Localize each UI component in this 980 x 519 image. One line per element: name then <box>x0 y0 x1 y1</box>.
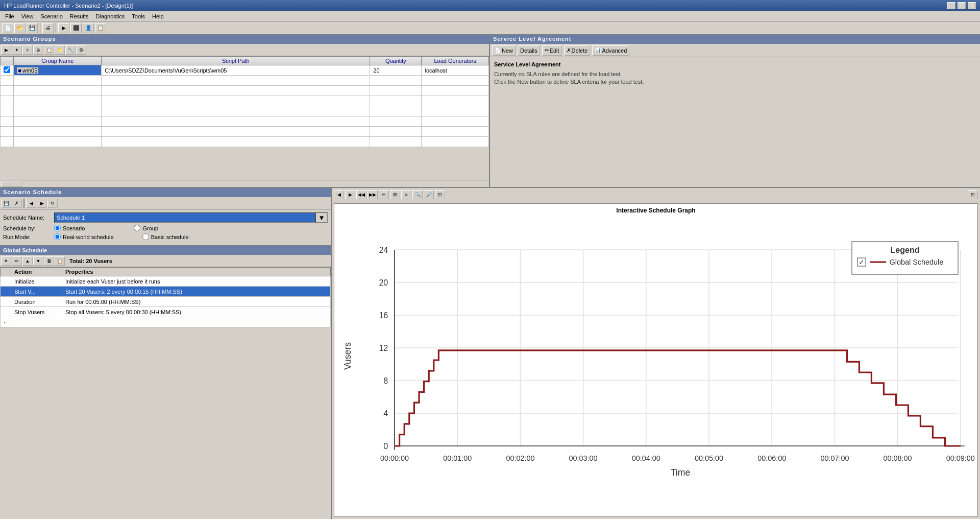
gs-btn1[interactable]: ✦ <box>1 256 11 266</box>
sla-content: Service Level Agreement Currently no SLA… <box>490 57 980 187</box>
menu-tools[interactable]: Tools <box>129 12 148 20</box>
action-cell[interactable]: Start V... <box>11 287 62 297</box>
radio-basic[interactable]: Basic schedule <box>142 233 189 240</box>
schedule-row-start[interactable]: ▶ Start V... Start 20 Vusers: 2 every 00… <box>1 287 331 297</box>
gs-btn5[interactable]: 🗑 <box>44 256 54 266</box>
print-button[interactable]: 🖨 <box>42 23 54 33</box>
graph-zoom-in[interactable]: 🔍 <box>412 190 423 199</box>
radio-real-world[interactable]: Real-world schedule <box>54 233 114 240</box>
table-row <box>1 137 489 147</box>
gs-btn3[interactable]: ▲ <box>22 256 33 266</box>
action-cell[interactable]: Duration <box>11 297 62 307</box>
menu-view[interactable]: View <box>18 12 37 20</box>
schedule-form: Schedule Name: ▼ Schedule by: Scenario G… <box>0 209 331 246</box>
new-button[interactable]: 📄 <box>2 23 13 33</box>
sg-btn3[interactable]: ✧ <box>22 45 33 55</box>
svg-text:00:00:00: 00:00:00 <box>380 454 409 462</box>
sla-delete-button[interactable]: ✗ Delete <box>564 45 591 56</box>
graph-btn3[interactable]: ◀◀ <box>356 190 366 199</box>
row-indicator <box>1 307 11 317</box>
run-button[interactable]: ▶ <box>58 23 69 33</box>
action-cell[interactable]: Stop Vusers <box>11 307 62 317</box>
menu-results[interactable]: Results <box>67 12 92 20</box>
sch-prev[interactable]: ◀ <box>26 199 36 208</box>
sg-btn5[interactable]: 📋 <box>44 45 54 55</box>
radio-scenario[interactable]: Scenario <box>54 225 85 231</box>
svg-text:00:03:00: 00:03:00 <box>569 454 598 462</box>
action-cell[interactable]: Initialize <box>11 276 62 287</box>
svg-text:Vusers: Vusers <box>342 342 353 370</box>
svg-text:✓: ✓ <box>859 258 865 266</box>
schedule-by-label: Schedule by: <box>3 225 54 231</box>
stop-button[interactable]: ⬛ <box>70 23 82 33</box>
quantity-cell[interactable]: 20 <box>370 65 422 76</box>
row-checkbox[interactable] <box>1 65 14 76</box>
script-path-cell[interactable]: C:\Users\SDZZ\Documents\VuGen\Scripts\wm… <box>102 65 370 76</box>
gs-btn4[interactable]: ▼ <box>33 256 43 266</box>
menu-scenario[interactable]: Scenario <box>37 12 65 20</box>
sla-edit-button[interactable]: ✏ Edit <box>542 45 562 56</box>
group-name-cell[interactable]: ■wm05 <box>14 65 102 76</box>
gs-btn2[interactable]: ✏ <box>12 256 22 266</box>
svg-text:Legend: Legend <box>891 246 920 254</box>
table-row <box>1 127 489 137</box>
sla-new-button[interactable]: 📄 New <box>492 45 516 56</box>
graph-pencil-btn[interactable]: ✏ <box>379 190 389 199</box>
schedule-name-input[interactable] <box>54 213 315 223</box>
schedule-left-panel: Scenario Schedule 💾 ✗ ◀ ▶ ↻ Schedule Nam… <box>0 188 332 519</box>
global-schedule-header: Global Schedule <box>0 246 331 255</box>
svg-text:00:07:00: 00:07:00 <box>820 454 849 462</box>
sg-btn8[interactable]: ⚙ <box>76 45 86 55</box>
schedule-row-stop[interactable]: Stop Vusers Stop all Vusers: 5 every 00:… <box>1 307 331 317</box>
sch-refresh[interactable]: ↻ <box>47 199 58 208</box>
sg-add-btn[interactable]: ▶ <box>1 45 11 55</box>
properties-cell[interactable]: Stop all Vusers: 5 every 00:00:30 (HH:MM… <box>62 307 331 317</box>
properties-cell[interactable]: Run for 00:05:00 (HH:MM:SS) <box>62 297 331 307</box>
graph-zoom-fit[interactable]: ⊡ <box>435 190 445 199</box>
graph-btn1[interactable]: ◀ <box>334 190 344 199</box>
sla-details-button[interactable]: Details <box>518 45 540 56</box>
save-button[interactable]: 💾 <box>27 23 38 33</box>
row-indicator: ▶ <box>1 287 11 297</box>
vuser-button[interactable]: 👤 <box>83 23 94 33</box>
graph-btn4[interactable]: ▶▶ <box>368 190 378 199</box>
radio-group[interactable]: Group <box>134 225 158 231</box>
graph-grid-btn[interactable]: ⊞ <box>390 190 400 199</box>
svg-text:00:08:00: 00:08:00 <box>884 454 912 462</box>
restore-button[interactable]: □ <box>958 2 966 9</box>
menu-file[interactable]: File <box>2 12 17 20</box>
open-button[interactable]: 📂 <box>14 23 26 33</box>
graph-corner-btn[interactable]: ⊡ <box>968 190 978 199</box>
sch-delete[interactable]: ✗ <box>12 199 22 208</box>
graph-zoom-out[interactable]: 🔎 <box>424 190 434 199</box>
menu-diagnostics[interactable]: Diagnostics <box>93 12 128 20</box>
svg-text:Time: Time <box>671 467 690 478</box>
sla-advanced-button[interactable]: 📊 Advanced <box>592 45 629 56</box>
toolbar-separator-2 <box>56 23 56 33</box>
action-cell <box>11 317 62 327</box>
sg-btn6[interactable]: 📁 <box>55 45 65 55</box>
sg-btn4[interactable]: ⊕ <box>33 45 43 55</box>
schedule-row-initialize[interactable]: Initialize Initialize each Vuser just be… <box>1 276 331 287</box>
schedule-name-dropdown[interactable]: ▼ <box>315 213 328 223</box>
row-indicator: · <box>1 317 11 327</box>
properties-cell[interactable]: Start 20 Vusers: 2 every 00:00:15 (HH:MM… <box>62 287 331 297</box>
graph-btn2[interactable]: ▶ <box>345 190 355 199</box>
table-row[interactable]: ■wm05 C:\Users\SDZZ\Documents\VuGen\Scri… <box>1 65 489 76</box>
sg-btn2[interactable]: ✦ <box>12 45 22 55</box>
advanced-icon: 📊 <box>595 48 601 53</box>
sg-btn7[interactable]: 🔧 <box>65 45 76 55</box>
menu-help[interactable]: Help <box>149 12 167 20</box>
minimize-button[interactable]: _ <box>947 2 955 9</box>
schedule-toolbar: 💾 ✗ ◀ ▶ ↻ <box>0 197 331 209</box>
sch-save[interactable]: 💾 <box>1 199 11 208</box>
close-button[interactable]: × <box>968 2 976 9</box>
gs-btn6[interactable]: 📋 <box>55 256 65 266</box>
graph-list-btn[interactable]: ≡ <box>401 190 411 199</box>
properties-cell[interactable]: Initialize each Vuser just before it run… <box>62 276 331 287</box>
schedule-row-duration[interactable]: Duration Run for 00:05:00 (HH:MM:SS) <box>1 297 331 307</box>
sch-next[interactable]: ▶ <box>37 199 47 208</box>
log-button[interactable]: 📋 <box>95 23 106 33</box>
schedule-name-row: Schedule Name: ▼ <box>3 213 328 223</box>
load-generators-cell[interactable]: localhost <box>422 65 489 76</box>
